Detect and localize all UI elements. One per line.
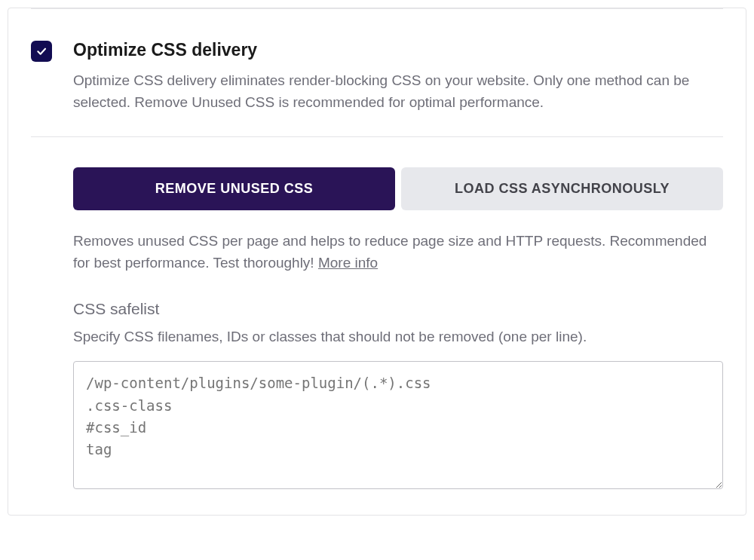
css-safelist-textarea[interactable] <box>73 361 723 489</box>
tab-remove-unused-css[interactable]: REMOVE UNUSED CSS <box>73 167 395 210</box>
optimize-css-content: REMOVE UNUSED CSS LOAD CSS ASYNCHRONOUSL… <box>8 137 746 515</box>
optimize-css-description: Optimize CSS delivery eliminates render-… <box>73 69 723 114</box>
method-description: Removes unused CSS per page and helps to… <box>73 230 723 274</box>
method-tabs: REMOVE UNUSED CSS LOAD CSS ASYNCHRONOUSL… <box>73 167 723 210</box>
tab-load-css-async[interactable]: LOAD CSS ASYNCHRONOUSLY <box>401 167 723 210</box>
optimize-css-checkbox[interactable] <box>31 41 52 62</box>
optimize-css-header: Optimize CSS delivery Optimize CSS deliv… <box>8 9 746 114</box>
css-safelist-description: Specify CSS filenames, IDs or classes th… <box>73 326 723 347</box>
header-text-block: Optimize CSS delivery Optimize CSS deliv… <box>73 39 723 114</box>
settings-panel: Optimize CSS delivery Optimize CSS deliv… <box>8 8 746 516</box>
css-safelist-title: CSS safelist <box>73 300 723 318</box>
optimize-css-title: Optimize CSS delivery <box>73 39 723 62</box>
more-info-link[interactable]: More info <box>318 255 378 271</box>
method-description-text: Removes unused CSS per page and helps to… <box>73 233 706 271</box>
check-icon <box>35 45 48 57</box>
